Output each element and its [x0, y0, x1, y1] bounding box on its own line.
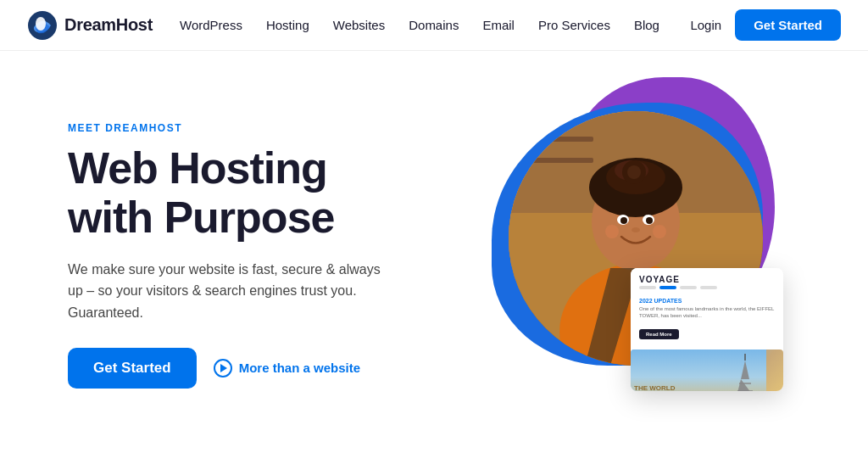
nav-actions: Login Get Started	[690, 9, 841, 41]
card-read-more-button[interactable]: Read More	[639, 329, 679, 339]
get-started-hero-button[interactable]: Get Started	[68, 348, 197, 389]
nav-item-wordpress[interactable]: WordPress	[180, 18, 242, 32]
website-card-overlay: VOYAGE 2022 UPDATES One of the most famo…	[631, 268, 783, 391]
navbar: DreamHost WordPress Hosting Websites Dom…	[0, 0, 868, 51]
play-triangle-icon	[220, 364, 227, 372]
svg-point-20	[605, 225, 619, 238]
svg-rect-4	[526, 137, 593, 142]
hero-section: MEET DREAMHOST Web Hosting with Purpose …	[0, 51, 868, 453]
hero-title-line1: Web Hosting	[68, 143, 327, 193]
nav-links: WordPress Hosting Websites Domains Email…	[180, 18, 690, 32]
svg-point-22	[632, 227, 640, 232]
card-update-text: One of the most famous landmarks in the …	[639, 305, 775, 320]
hero-actions: Get Started More than a website	[68, 348, 475, 389]
card-header: VOYAGE	[631, 268, 783, 293]
card-dot-3	[680, 286, 697, 289]
card-dot-4	[700, 286, 717, 289]
nav-item-domains[interactable]: Domains	[409, 18, 459, 32]
hero-title: Web Hosting with Purpose	[68, 144, 475, 241]
card-image-area: THE WORLD AROUND	[631, 350, 783, 391]
meet-label: MEET DREAMHOST	[68, 122, 475, 134]
card-body: 2022 UPDATES One of the most famous land…	[631, 293, 783, 350]
svg-point-18	[620, 217, 627, 224]
svg-point-6	[536, 123, 549, 137]
card-voyage-title: VOYAGE	[639, 275, 775, 284]
svg-point-1	[36, 17, 46, 31]
dreamhost-logo-icon	[27, 10, 58, 41]
hero-title-line2: with Purpose	[68, 193, 334, 242]
card-world-text: THE WORLD AROUND	[634, 385, 675, 391]
svg-point-7	[554, 121, 565, 131]
nav-item-hosting[interactable]: Hosting	[266, 18, 309, 32]
logo-link[interactable]: DreamHost	[27, 10, 153, 41]
hero-description: We make sure your website is fast, secur…	[68, 259, 390, 324]
hero-content: MEET DREAMHOST Web Hosting with Purpose …	[68, 122, 475, 388]
card-nav-dots	[639, 286, 775, 289]
svg-point-15	[627, 165, 641, 179]
card-main-image: THE WORLD AROUND	[631, 350, 783, 391]
logo-text: DreamHost	[64, 15, 153, 35]
card-update-label: 2022 UPDATES	[639, 298, 775, 304]
card-dot-2	[659, 286, 676, 289]
nav-item-pro-services[interactable]: Pro Services	[538, 18, 610, 32]
svg-point-19	[646, 217, 653, 224]
svg-point-21	[653, 225, 666, 238]
hero-visual: VOYAGE 2022 UPDATES One of the most famo…	[475, 86, 800, 425]
login-button[interactable]: Login	[690, 18, 721, 32]
card-dot-1	[639, 286, 656, 289]
more-link-label: More than a website	[239, 361, 360, 375]
nav-item-email[interactable]: Email	[482, 18, 515, 32]
svg-rect-5	[526, 158, 593, 163]
get-started-nav-button[interactable]: Get Started	[735, 9, 841, 41]
play-icon	[214, 359, 232, 378]
more-than-website-link[interactable]: More than a website	[214, 359, 360, 378]
nav-item-blog[interactable]: Blog	[634, 18, 659, 32]
nav-item-websites[interactable]: Websites	[333, 18, 385, 32]
